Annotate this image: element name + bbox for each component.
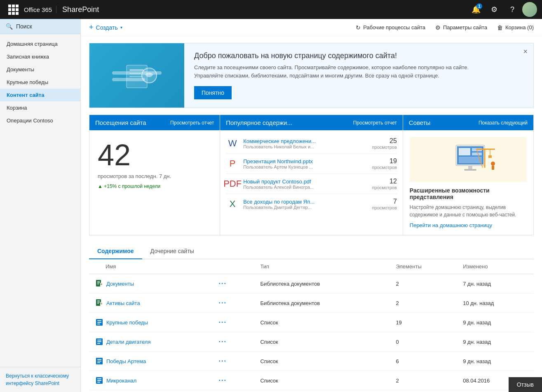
sidebar-item-contoso[interactable]: Операции Contoso <box>0 114 80 127</box>
notification-button[interactable]: 🔔 1 <box>468 1 484 18</box>
gear-icon: ⚙ <box>491 5 497 14</box>
col-actions <box>211 259 255 274</box>
row-ellipsis-cell: ··· <box>211 390 255 392</box>
site-settings-link[interactable]: ⚙ Параметры сайта <box>435 24 487 31</box>
search-box[interactable]: 🔍 Поиск <box>0 19 80 34</box>
welcome-ok-button[interactable]: Понятно <box>194 86 232 99</box>
tab-subsites[interactable]: Дочерние сайты <box>142 244 202 259</box>
welcome-banner: Добро пожаловать на новую страницу содер… <box>89 43 534 108</box>
svg-rect-11 <box>472 153 482 155</box>
top-nav: Office 365 SharePoint 🔔 1 ⚙ ? <box>0 0 542 19</box>
svg-rect-31 <box>97 302 100 303</box>
nav-icons: 🔔 1 ⚙ ? <box>468 1 537 18</box>
row-type: Библиотека документов <box>254 274 390 293</box>
sharepoint-label: SharePoint <box>62 5 468 14</box>
row-type-icon <box>95 376 104 385</box>
chevron-down-icon: ▾ <box>120 25 122 30</box>
item-link[interactable]: Документы <box>106 281 134 287</box>
table-row: Страницы сайта ··· Библиотека вики-стран… <box>89 390 534 392</box>
popular-item-name[interactable]: Коммерческие предложени... <box>243 138 368 144</box>
row-ellipsis-cell: ··· <box>211 313 255 332</box>
sidebar-item-site-content[interactable]: Контент сайта <box>0 89 80 101</box>
tips-title: Расширенные возможности представления <box>410 187 527 200</box>
ellipsis-button[interactable]: ··· <box>216 298 229 307</box>
action-bar: + Создать ▾ ↻ Рабочие процессы сайта ⚙ П… <box>81 19 542 36</box>
table-row: Документы ··· Библиотека документов 2 7 … <box>89 274 534 293</box>
popular-card-title: Популярное содержи... <box>226 119 292 126</box>
visits-report-link[interactable]: Просмотреть отчет <box>170 120 214 126</box>
svg-rect-45 <box>97 359 101 360</box>
svg-rect-42 <box>97 341 101 342</box>
popular-count-label: просмотров <box>372 185 397 190</box>
popular-card: Популярное содержи... Просмотреть отчет … <box>220 115 403 235</box>
sidebar-item-recycle[interactable]: Корзина <box>0 101 80 114</box>
recycle-bin-link[interactable]: 🗑 Корзина (0) <box>497 24 534 31</box>
ellipsis-button[interactable]: ··· <box>216 318 229 326</box>
item-link[interactable]: Детали двигателя <box>106 339 151 345</box>
popular-report-link[interactable]: Просмотреть отчет <box>353 120 397 126</box>
popular-count-num: 19 <box>372 157 397 165</box>
site-workflows-link[interactable]: ↻ Рабочие процессы сайта <box>356 24 425 31</box>
sidebar-item-documents[interactable]: Документы <box>0 63 80 76</box>
plus-icon: + <box>89 23 94 32</box>
popular-item-user: Пользователь Алексей Виногра... <box>243 185 368 190</box>
help-button[interactable]: ? <box>504 1 521 18</box>
svg-rect-5 <box>129 73 141 74</box>
settings-button[interactable]: ⚙ <box>486 1 502 18</box>
visits-count: 42 <box>98 140 211 170</box>
row-ellipsis-cell: ··· <box>211 332 255 352</box>
content-section: Содержимое Дочерние сайты Имя Тип Элемен… <box>89 244 534 392</box>
svg-rect-21 <box>492 166 494 170</box>
classic-mode-link[interactable]: Вернуться к классическому интерфейсу Sha… <box>6 373 69 386</box>
waffle-icon[interactable] <box>5 5 21 15</box>
row-name-cell: Активы сайта <box>89 293 211 313</box>
svg-rect-49 <box>97 378 101 379</box>
item-link[interactable]: Крупные победы <box>106 319 148 326</box>
item-link[interactable]: Микроканал <box>106 378 136 384</box>
tips-homepage-link[interactable]: Перейти на домашнюю страницу <box>410 222 492 228</box>
sidebar: 🔍 Поиск Домашняя страница Записная книжк… <box>0 19 81 392</box>
popular-item-info: Коммерческие предложени... Пользователь … <box>243 138 368 149</box>
col-name: Имя <box>89 259 211 274</box>
ellipsis-button[interactable]: ··· <box>216 279 229 288</box>
popular-count-label: просмотров <box>372 145 397 150</box>
visits-card-title: Посещения сайта <box>95 119 146 126</box>
row-items: 0 <box>390 332 457 352</box>
item-link[interactable]: Победы Артема <box>106 358 146 364</box>
svg-rect-51 <box>97 382 100 383</box>
popular-item-name[interactable]: Новый продукт Contoso.pdf <box>243 178 368 185</box>
avatar[interactable] <box>522 2 537 17</box>
show-next-button[interactable]: Показать следующий <box>479 120 528 126</box>
row-name-cell: Страницы сайта <box>89 390 211 392</box>
sidebar-item-notebook[interactable]: Записная книжка <box>0 50 80 63</box>
row-ellipsis-cell: ··· <box>211 293 255 313</box>
sidebar-item-home[interactable]: Домашняя страница <box>0 38 80 50</box>
sidebar-item-victories[interactable]: Крупные победы <box>0 76 80 89</box>
office-label: Office 365 <box>21 6 56 13</box>
svg-rect-39 <box>97 324 100 324</box>
word-icon: W <box>226 137 239 150</box>
popular-count-num: 12 <box>372 178 397 185</box>
table-row: Крупные победы ··· Список 19 9 дн. назад <box>89 313 534 332</box>
item-link[interactable]: Активы сайта <box>106 300 140 306</box>
popular-item-count: 19 просмотров <box>372 157 397 170</box>
popular-item-name[interactable]: Все доходы по городам Яп... <box>243 199 368 205</box>
ellipsis-button[interactable]: ··· <box>216 357 229 365</box>
ellipsis-button[interactable]: ··· <box>216 376 229 385</box>
ellipsis-button[interactable]: ··· <box>216 337 229 346</box>
tips-card: Советы Показать следующий <box>403 115 534 235</box>
svg-rect-28 <box>101 284 102 285</box>
welcome-close-button[interactable]: × <box>523 47 528 56</box>
visits-card-body: 42 просмотров за последн. 7 дн. ▲ +15% с… <box>89 130 220 213</box>
row-name-cell: Документы <box>89 274 211 293</box>
site-workflows-label: Рабочие процессы сайта <box>363 24 425 31</box>
svg-rect-47 <box>97 362 100 363</box>
create-button[interactable]: + Создать ▾ <box>89 23 122 32</box>
row-name-cell: Микроканал <box>89 371 211 390</box>
popular-item: W Коммерческие предложени... Пользовател… <box>226 134 397 154</box>
popular-item-name[interactable]: Презентация Northwind.pptx <box>243 158 368 164</box>
stats-row: Посещения сайта Просмотреть отчет 42 про… <box>89 115 534 235</box>
svg-rect-23 <box>97 281 100 282</box>
feedback-button[interactable]: Отзыв <box>509 377 542 392</box>
tab-content[interactable]: Содержимое <box>89 244 142 259</box>
